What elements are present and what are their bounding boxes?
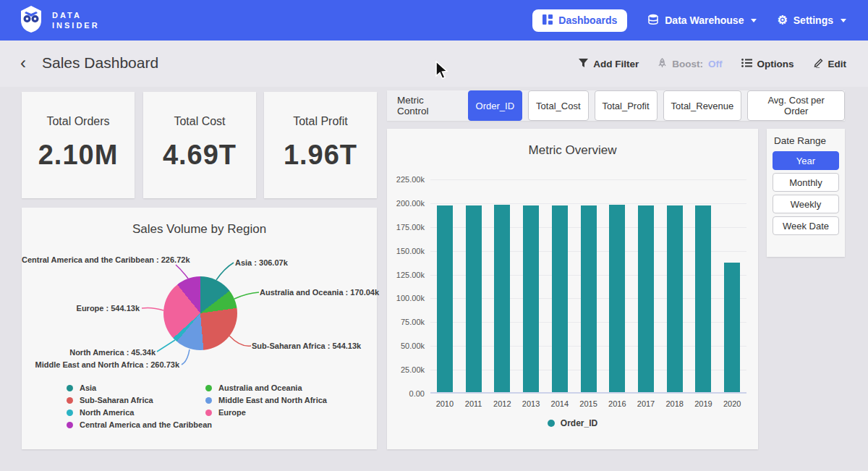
nav-settings-menu[interactable]: ⚙ Settings: [777, 14, 846, 26]
kpi-label: Total Profit: [264, 115, 377, 128]
kpi-label: Total Orders: [22, 115, 135, 128]
bar-2010: [437, 205, 453, 392]
legend-label: Central America and the Caribbean: [80, 420, 212, 429]
dashboards-grid-icon: [542, 14, 553, 27]
mouse-cursor: [434, 61, 450, 84]
legend-label: Asia: [80, 383, 96, 392]
chevron-down-icon: [841, 19, 846, 22]
metric-option-total-profit[interactable]: Total_Profit: [595, 90, 658, 121]
rocket-icon: [658, 58, 667, 70]
bar-2011: [466, 205, 482, 392]
date-range-week-date[interactable]: Week Date: [773, 216, 839, 235]
pie-label-europe: Europe : 544.13k: [22, 304, 140, 313]
y-tick-label: 125.00k: [387, 271, 425, 279]
y-tick-label: 0.00: [387, 389, 425, 398]
legend-dot: [205, 397, 212, 404]
x-tick-label: 2014: [545, 399, 574, 408]
legend-item-europe: Europe: [205, 408, 327, 417]
legend-label: Australia and Oceania: [218, 383, 302, 392]
kpi-label: Total Cost: [143, 115, 256, 128]
y-tick-label: 150.00k: [387, 247, 425, 255]
add-filter-label: Add Filter: [593, 59, 639, 69]
nav-dashboards-button[interactable]: Dashboards: [532, 9, 627, 32]
legend-item-central-america-and-the-caribbean: Central America and the Caribbean: [67, 420, 205, 429]
legend-item-north-america: North America: [67, 408, 205, 417]
options-label: Options: [757, 59, 794, 69]
x-tick-label: 2016: [603, 399, 631, 408]
kpi-total-profit: Total Profit 1.96T: [264, 92, 377, 198]
date-range-weekly[interactable]: Weekly: [773, 195, 839, 213]
bar-2019: [695, 205, 711, 392]
options-button[interactable]: Options: [741, 59, 794, 69]
pie-label-middle-east: Middle East and North Africa : 260.73k: [22, 360, 179, 369]
x-tick-label: 2012: [488, 399, 516, 408]
bar-2016: [609, 205, 625, 392]
owl-logo-icon: [17, 4, 45, 36]
kpi-value: 4.69T: [143, 140, 256, 171]
y-tick-label: 200.00k: [387, 199, 425, 208]
bar-2013: [523, 205, 539, 392]
metric-option-avg-cost-per-order[interactable]: Avg. Cost per Order: [747, 90, 845, 121]
sales-volume-pie-panel: Sales Volume by Region Asia : 306.07k Ce…: [22, 208, 377, 449]
pie-label-sub-saharan-africa: Sub-Saharan Africa : 544.13k: [252, 341, 361, 350]
kpi-total-orders: Total Orders 2.10M: [22, 92, 135, 198]
database-icon: [647, 14, 659, 27]
bar-chart-legend: Order_ID: [387, 418, 758, 428]
back-button[interactable]: ‹: [20, 53, 26, 73]
y-tick-label: 175.00k: [387, 223, 425, 232]
legend-dot: [67, 410, 73, 416]
legend-dot: [548, 420, 555, 427]
date-range-year[interactable]: Year: [773, 151, 839, 170]
y-tick-label: 25.00k: [387, 365, 425, 374]
bar-2018: [667, 205, 683, 392]
legend-label: Sub-Saharan Africa: [80, 396, 153, 404]
kpi-total-cost: Total Cost 4.69T: [143, 92, 256, 198]
page-title: Sales Dashboard: [42, 54, 158, 72]
date-range-label: Date Range: [774, 135, 839, 146]
y-tick-label: 100.00k: [387, 294, 425, 302]
x-tick-label: 2013: [516, 399, 545, 408]
legend-label: Order_ID: [561, 418, 597, 428]
metric-option-order-id[interactable]: Order_ID: [468, 90, 522, 121]
metric-option-total-revenue[interactable]: Total_Revenue: [663, 90, 742, 121]
x-tick-label: 2011: [459, 399, 488, 408]
data-warehouse-label: Data Warehouse: [665, 14, 744, 26]
boost-label: Boost:: [672, 59, 703, 69]
pie-label-central-america: Central America and the Caribbean : 226.…: [22, 255, 174, 264]
list-options-icon: [741, 59, 752, 69]
brand-name: DATA INSIDER: [52, 10, 100, 30]
date-range-monthly[interactable]: Monthly: [773, 173, 839, 192]
edit-label: Edit: [828, 59, 847, 69]
edit-button[interactable]: Edit: [813, 58, 847, 70]
legend-item-asia: Asia: [67, 383, 205, 392]
bar-2012: [494, 205, 510, 392]
kpi-value: 1.96T: [264, 140, 377, 171]
bar-2017: [638, 205, 654, 392]
date-range-options: YearMonthlyWeeklyWeek Date: [773, 151, 839, 235]
metric-control-options: Order_IDTotal_CostTotal_ProfitTotal_Reve…: [468, 90, 845, 121]
y-tick-label: 225.00k: [387, 175, 425, 184]
settings-label: Settings: [793, 14, 833, 26]
pie-chart: [163, 276, 237, 350]
bar-2020: [724, 263, 740, 392]
chevron-down-icon: [751, 19, 757, 22]
legend-label: North America: [80, 408, 134, 417]
pencil-icon: [813, 58, 823, 70]
y-tick-label: 50.00k: [387, 341, 425, 350]
dashboards-label: Dashboards: [558, 14, 617, 26]
metric-control-bar: Metric Control Order_IDTotal_CostTotal_P…: [387, 90, 845, 121]
legend-dot: [67, 397, 73, 404]
add-filter-button[interactable]: Add Filter: [579, 59, 639, 69]
nav-data-warehouse-menu[interactable]: Data Warehouse: [647, 14, 757, 27]
pie-chart-legend: AsiaAustralia and OceaniaSub-Saharan Afr…: [67, 383, 327, 429]
gear-icon: ⚙: [777, 14, 787, 26]
pie-label-australia-oceania: Australia and Oceania : 170.04k: [260, 288, 379, 297]
metric-option-total-cost[interactable]: Total_Cost: [528, 90, 588, 121]
bar-2015: [581, 205, 597, 392]
bar-chart-x-axis: 2010201120122013201420152016201720182019…: [430, 399, 746, 408]
bar-chart-title: Metric Overview: [387, 143, 758, 158]
boost-toggle[interactable]: Boost: Off: [658, 58, 722, 70]
pie-label-asia: Asia : 306.07k: [235, 258, 288, 267]
bar-chart-plot: [430, 179, 746, 394]
brand-logo[interactable]: DATA INSIDER: [17, 4, 100, 36]
